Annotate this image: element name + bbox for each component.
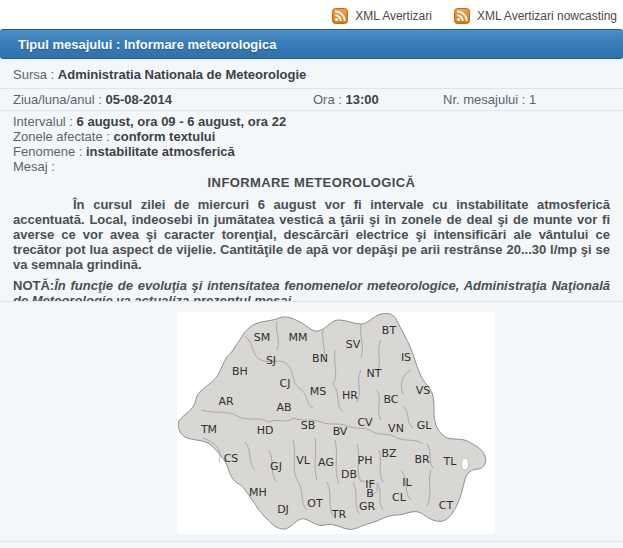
county-label-cs: CS — [224, 452, 239, 465]
county-label-ot: OT — [307, 497, 323, 510]
county-label-bn: BN — [312, 352, 328, 365]
county-label-bv: BV — [333, 425, 348, 438]
county-label-sv: SV — [346, 338, 361, 351]
county-label-bt: BT — [382, 324, 397, 337]
county-label-cj: CJ — [280, 377, 291, 390]
razim-lake — [462, 458, 469, 470]
message-row: Intervalul : 6 august, ora 09 - 6 august… — [0, 111, 623, 302]
topbar: XML Avertizari XML Avertizari nowcasting — [0, 0, 623, 29]
county-label-ag: AG — [318, 456, 334, 469]
interval-value: 6 august, ora 09 - 6 august, ora 22 — [77, 114, 287, 129]
phenomena-value: instabilitate atmosferică — [86, 144, 235, 159]
romania-counties-map-image: SMMMBTSVBNISSJBHNTCJMSHRVSBCARABCVGLTMHD… — [177, 312, 495, 534]
message-body: În cursul zilei de miercuri 6 august vor… — [13, 197, 610, 272]
county-label-b: B — [366, 487, 374, 500]
source-label: Sursa : — [13, 67, 54, 82]
county-label-cl: CL — [392, 491, 407, 504]
county-label-ph: PH — [358, 454, 373, 467]
date-value: 05-08-2014 — [106, 92, 173, 107]
note-label: NOTĂ: — [13, 278, 54, 293]
county-label-tm: TM — [200, 423, 217, 436]
county-label-br: BR — [414, 453, 430, 466]
message-note: NOTĂ:În funcţie de evoluţia şi intensita… — [13, 278, 610, 302]
xml-avertizari-link[interactable]: XML Avertizari — [332, 8, 432, 24]
date-label: Ziua/luna/anul : — [13, 92, 102, 107]
county-label-mh: MH — [249, 486, 267, 499]
county-label-db: DB — [341, 468, 357, 481]
source-row: Sursa : Administratia Nationala de Meteo… — [0, 59, 623, 89]
county-label-sj: SJ — [266, 354, 276, 367]
date-row: Ziua/luna/anul : 05-08-2014 Ora : 13:00 … — [0, 89, 623, 111]
xml-avertizari-nowcasting-label: XML Avertizari nowcasting — [477, 9, 617, 23]
interval-label: Intervalul : — [13, 114, 73, 129]
county-label-tr: TR — [331, 508, 347, 521]
county-label-ms: MS — [310, 385, 326, 398]
zones-label: Zonele afectate : — [13, 129, 110, 144]
county-label-gr: GR — [359, 500, 376, 513]
message-number-label: Nr. mesajului : — [443, 92, 525, 107]
rss-feed-icon — [454, 8, 470, 24]
phenomena-label: Fenomene : — [13, 144, 82, 159]
county-label-nt: NT — [367, 367, 382, 380]
content-panel: Sursa : Administratia Nationala de Meteo… — [0, 59, 623, 548]
county-label-sb: SB — [301, 419, 316, 432]
county-label-hr: HR — [342, 389, 358, 402]
message-number-value: 1 — [529, 92, 536, 107]
hour-label: Ora : — [313, 92, 342, 107]
county-label-tl: TL — [443, 455, 458, 468]
message-label: Mesaj : — [13, 159, 55, 174]
xml-avertizari-label: XML Avertizari — [355, 9, 432, 23]
county-label-ab: AB — [276, 401, 291, 414]
footer-spacer — [0, 542, 623, 548]
county-label-cv: CV — [357, 416, 373, 429]
zones-line: Zonele afectate : conform textului — [13, 129, 610, 144]
romania-map: SMMMBTSVBNISSJBHNTCJMSHRVSBCARABCVGLTMHD… — [177, 312, 495, 534]
county-label-vn: VN — [388, 422, 404, 435]
county-label-vl: VL — [296, 454, 311, 467]
county-label-mm: MM — [289, 331, 308, 344]
county-label-ar: AR — [218, 395, 234, 408]
county-label-bz: BZ — [381, 447, 397, 460]
message-label-line: Mesaj : — [13, 159, 610, 174]
county-label-bh: BH — [232, 365, 248, 378]
hour-value: 13:00 — [346, 92, 379, 107]
phenomena-line: Fenomene : instabilitate atmosferică — [13, 144, 610, 159]
county-label-ct: CT — [439, 499, 454, 512]
source-value: Administratia Nationala de Meteorologie — [58, 67, 307, 82]
interval-line: Intervalul : 6 august, ora 09 - 6 august… — [13, 114, 610, 129]
message-type-header: Tipul mesajului : Informare meteorologic… — [0, 29, 623, 59]
map-row: SMMMBTSVBNISSJBHNTCJMSHRVSBCARABCVGLTMHD… — [0, 302, 623, 542]
county-label-dj: DJ — [277, 503, 289, 516]
county-label-il: IL — [402, 476, 412, 489]
county-label-hd: HD — [257, 424, 274, 437]
message-title: INFORMARE METEOROLOGICĂ — [13, 175, 610, 190]
county-label-gj: GJ — [270, 460, 282, 473]
county-label-bc: BC — [383, 393, 398, 406]
zones-value: conform textului — [113, 129, 215, 144]
county-label-is: IS — [401, 351, 411, 364]
note-text: În funcţie de evoluţia şi intensitatea f… — [13, 278, 610, 302]
xml-avertizari-nowcasting-link[interactable]: XML Avertizari nowcasting — [454, 8, 617, 24]
county-label-gl: GL — [417, 419, 433, 432]
romania-outline — [178, 313, 486, 529]
page-title: Tipul mesajului : Informare meteorologic… — [18, 37, 276, 52]
county-label-vs: VS — [416, 384, 431, 397]
rss-feed-icon — [332, 8, 348, 24]
county-label-sm: SM — [254, 331, 270, 344]
